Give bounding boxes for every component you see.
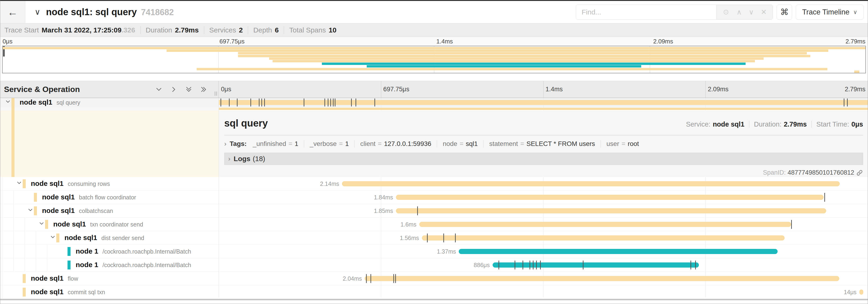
prev-match-icon[interactable]: ∧ bbox=[737, 9, 742, 15]
log-marker[interactable] bbox=[355, 99, 356, 106]
timeline-cell[interactable]: 1.84ms bbox=[219, 191, 868, 204]
log-marker[interactable] bbox=[583, 261, 584, 269]
log-marker[interactable] bbox=[374, 99, 375, 106]
service-name[interactable]: node sql1flow bbox=[31, 274, 78, 282]
span-bar[interactable] bbox=[219, 100, 868, 105]
log-marker[interactable] bbox=[530, 261, 530, 269]
log-marker[interactable] bbox=[324, 99, 325, 106]
log-marker[interactable] bbox=[366, 274, 367, 283]
service-name[interactable]: node sql1sql query bbox=[20, 98, 80, 106]
log-marker[interactable] bbox=[515, 261, 515, 269]
horizontal-scrollbar[interactable] bbox=[0, 299, 868, 300]
log-marker[interactable] bbox=[220, 99, 221, 106]
logs-accordion[interactable]: › Logs (18) bbox=[224, 153, 863, 165]
log-marker[interactable] bbox=[393, 274, 394, 283]
span-row[interactable]: node sql1commit sql txn14μs bbox=[0, 285, 868, 299]
keyboard-shortcuts-button[interactable]: ⌘ bbox=[777, 5, 792, 20]
log-marker[interactable] bbox=[427, 234, 428, 242]
trace-minimap[interactable] bbox=[2, 46, 866, 73]
log-marker[interactable] bbox=[395, 274, 396, 283]
timeline-header[interactable]: 0μs697.75μs1.4ms2.09ms2.79ms bbox=[219, 81, 868, 98]
span-bar[interactable] bbox=[422, 235, 785, 240]
log-marker[interactable] bbox=[824, 193, 825, 202]
span-bar[interactable] bbox=[859, 290, 863, 295]
log-marker[interactable] bbox=[250, 99, 251, 106]
log-marker[interactable] bbox=[229, 99, 229, 106]
span-bar[interactable] bbox=[459, 249, 777, 254]
expand-one-icon[interactable] bbox=[170, 86, 178, 93]
log-marker[interactable] bbox=[333, 99, 334, 106]
log-marker[interactable] bbox=[498, 261, 499, 269]
tags-accordion[interactable]: › Tags: _unfinished = 1_verbose = 1clien… bbox=[224, 140, 863, 147]
service-name[interactable]: node sql1commit sql txn bbox=[31, 288, 105, 296]
log-marker[interactable] bbox=[330, 99, 331, 106]
find-input[interactable] bbox=[576, 5, 716, 20]
span-bar[interactable] bbox=[396, 195, 824, 200]
chevron-down-icon[interactable] bbox=[38, 220, 44, 228]
log-marker[interactable] bbox=[523, 261, 523, 269]
log-marker[interactable] bbox=[791, 220, 792, 229]
service-name[interactable]: node sql1txn coordinator send bbox=[53, 220, 143, 228]
timeline-cell[interactable]: 1.85ms bbox=[219, 204, 868, 217]
log-marker[interactable] bbox=[847, 99, 848, 106]
timeline-cell[interactable]: 2.14ms bbox=[219, 177, 868, 190]
log-marker[interactable] bbox=[351, 99, 352, 106]
log-marker[interactable] bbox=[328, 99, 329, 106]
span-bar[interactable] bbox=[493, 263, 699, 268]
log-marker[interactable] bbox=[695, 261, 696, 269]
timeline-cell[interactable]: 1.6ms bbox=[219, 217, 868, 231]
log-marker[interactable] bbox=[335, 99, 335, 106]
span-row[interactable]: node sql1colbatchscan1.85ms bbox=[0, 204, 868, 217]
log-marker[interactable] bbox=[417, 206, 418, 215]
clear-find-icon[interactable]: ✕ bbox=[761, 9, 767, 15]
span-row[interactable]: node 1/cockroach.roachpb.Internal/Batch1… bbox=[0, 245, 868, 258]
match-highlight-icon[interactable] bbox=[722, 9, 730, 15]
timeline-cell[interactable]: 14μs bbox=[219, 285, 868, 299]
span-row-selected[interactable]: node sql1sql query bbox=[0, 98, 868, 107]
service-name[interactable]: node 1/cockroach.roachpb.Internal/Batch bbox=[76, 247, 191, 255]
span-row[interactable]: node 1/cockroach.roachpb.Internal/Batch8… bbox=[0, 258, 868, 272]
chevron-down-icon[interactable] bbox=[16, 179, 22, 187]
chevron-down-icon[interactable] bbox=[27, 207, 33, 214]
span-row[interactable]: node sql1consuming rows2.14ms bbox=[0, 177, 868, 191]
span-row[interactable]: node sql1txn coordinator send1.6ms bbox=[0, 217, 868, 231]
view-selector-button[interactable]: Trace Timeline ∨ bbox=[796, 5, 864, 20]
timeline-cell[interactable] bbox=[219, 98, 868, 107]
service-name[interactable]: node sql1consuming rows bbox=[31, 179, 110, 188]
log-marker[interactable] bbox=[443, 234, 444, 242]
log-marker[interactable] bbox=[690, 261, 691, 269]
service-name[interactable]: node sql1batch flow coordinator bbox=[42, 193, 136, 201]
span-row[interactable]: node sql1flow2.04ms bbox=[0, 272, 868, 285]
log-marker[interactable] bbox=[264, 99, 265, 106]
log-marker[interactable] bbox=[455, 234, 456, 242]
span-bar[interactable] bbox=[396, 208, 826, 213]
deep-link-icon[interactable] bbox=[856, 169, 863, 176]
collapse-one-icon[interactable] bbox=[155, 86, 163, 93]
log-marker[interactable] bbox=[533, 261, 533, 269]
service-name[interactable]: node sql1dist sender send bbox=[64, 234, 144, 242]
panel-divider[interactable] bbox=[219, 98, 219, 298]
log-marker[interactable] bbox=[237, 99, 238, 106]
span-bar[interactable] bbox=[342, 181, 840, 186]
column-resizer-grip[interactable] bbox=[215, 92, 217, 96]
collapse-trace-icon[interactable]: ∨ bbox=[35, 7, 40, 16]
timeline-cell[interactable]: 886μs bbox=[219, 258, 868, 272]
collapse-all-icon[interactable] bbox=[185, 86, 193, 93]
log-marker[interactable] bbox=[370, 274, 371, 283]
span-bar[interactable] bbox=[419, 222, 791, 227]
span-row[interactable]: node sql1batch flow coordinator1.84ms bbox=[0, 191, 868, 204]
log-marker[interactable] bbox=[304, 99, 304, 106]
timeline-cell[interactable]: 1.37ms bbox=[219, 245, 868, 258]
expand-all-icon[interactable] bbox=[200, 86, 208, 93]
log-marker[interactable] bbox=[259, 99, 259, 106]
next-match-icon[interactable]: ∨ bbox=[749, 9, 754, 15]
service-name[interactable]: node 1/cockroach.roachpb.Internal/Batch bbox=[76, 261, 191, 269]
chevron-down-icon[interactable] bbox=[50, 234, 56, 241]
service-name[interactable]: node sql1colbatchscan bbox=[42, 207, 113, 214]
back-button[interactable]: ← bbox=[0, 1, 25, 23]
chevron-down-icon[interactable] bbox=[5, 98, 11, 106]
timeline-cell[interactable]: 1.56ms bbox=[219, 231, 868, 244]
span-bar[interactable] bbox=[365, 276, 839, 281]
log-marker[interactable] bbox=[536, 261, 537, 269]
timeline-cell[interactable]: 2.04ms bbox=[219, 272, 868, 285]
